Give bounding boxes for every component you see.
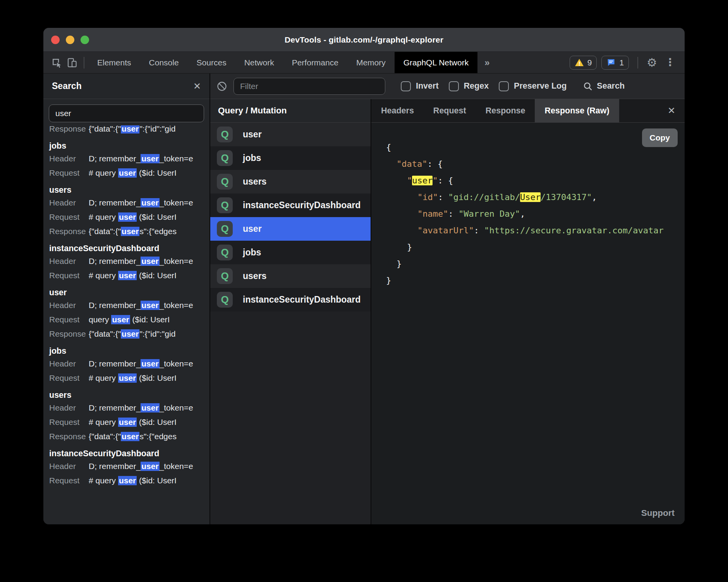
- settings-gear-icon[interactable]: ⚙︎: [647, 57, 657, 68]
- result-text: # query: [89, 476, 118, 485]
- search-result-row[interactable]: Request# query user ($id: UserI: [43, 268, 209, 282]
- json-line: "user": {: [386, 172, 685, 189]
- result-group-title[interactable]: users: [43, 385, 209, 401]
- query-list-item[interactable]: Qusers: [210, 264, 371, 288]
- network-region: InvertRegexPreserve Log Search Query / M…: [210, 74, 685, 524]
- response-raw-view: Copy {"data": {"user": {"id": "gid://git…: [371, 123, 685, 524]
- match-highlight: user: [118, 418, 137, 427]
- support-link[interactable]: Support: [641, 508, 675, 518]
- search-result-row[interactable]: Response{"data":{"users":{"edges: [43, 429, 209, 443]
- search-input[interactable]: [49, 104, 204, 122]
- search-result-row[interactable]: HeaderD; remember_user_token=e: [43, 254, 209, 268]
- result-text: _token=e: [160, 462, 193, 471]
- filter-input[interactable]: [234, 78, 385, 95]
- search-result-row[interactable]: HeaderD; remember_user_token=e: [43, 298, 209, 312]
- tab-elements[interactable]: Elements: [88, 52, 140, 73]
- devtools-tabbar: ElementsConsoleSourcesNetworkPerformance…: [43, 52, 685, 74]
- query-list-item[interactable]: Quser: [210, 217, 371, 241]
- result-text: ($id: UserI: [137, 168, 177, 177]
- result-group-title[interactable]: jobs: [43, 136, 209, 151]
- match-highlight: user: [141, 462, 159, 471]
- tab-memory[interactable]: Memory: [347, 52, 395, 73]
- result-row-label: Header: [49, 403, 89, 413]
- match-highlight: user: [118, 212, 137, 222]
- result-text: ":{"id":"gid: [139, 329, 175, 338]
- result-text: D; remember_: [89, 257, 141, 265]
- detail-tab-request[interactable]: Request: [424, 99, 476, 122]
- warnings-badge[interactable]: 9: [570, 56, 597, 70]
- checkbox-regex[interactable]: Regex: [449, 81, 489, 91]
- issue-count: 1: [619, 58, 624, 67]
- json-match-highlight: user: [412, 176, 433, 185]
- checkbox-invert[interactable]: Invert: [401, 81, 439, 91]
- menu-dots-icon[interactable]: ⋮: [662, 57, 678, 68]
- query-type-badge: Q: [217, 292, 233, 308]
- more-tabs-icon[interactable]: »: [477, 57, 496, 68]
- checkbox-box[interactable]: [499, 81, 509, 91]
- query-list-item[interactable]: Qusers: [210, 170, 371, 193]
- result-group-title[interactable]: users: [43, 180, 209, 195]
- search-result-row[interactable]: Request# query user ($id: UserI: [43, 415, 209, 429]
- device-toolbar-icon[interactable]: [64, 52, 80, 74]
- match-highlight: user: [141, 403, 159, 413]
- detail-tab-response-raw-[interactable]: Response (Raw): [535, 99, 619, 122]
- tab-performance[interactable]: Performance: [283, 52, 347, 73]
- search-result-row[interactable]: Response{"data":{"user":{"id":"gid: [43, 125, 175, 136]
- query-list-item[interactable]: Qjobs: [210, 146, 371, 170]
- search-result-row[interactable]: Response{"data":{"users":{"edges: [43, 224, 209, 238]
- search-result-row[interactable]: Request# query user ($id: UserI: [43, 473, 209, 488]
- result-group-title[interactable]: instanceSecurityDashboard: [43, 238, 209, 254]
- search-result-row[interactable]: Request# query user ($id: UserI: [43, 166, 209, 180]
- checkbox-box[interactable]: [401, 81, 411, 91]
- search-result-row[interactable]: Requestquery user ($id: UserI: [43, 312, 209, 327]
- json-token: "avatarUrl": [417, 226, 474, 235]
- clear-log-icon[interactable]: [216, 81, 227, 92]
- search-result-row[interactable]: HeaderD; remember_user_token=e: [43, 151, 209, 166]
- result-row-label: Request: [49, 315, 89, 324]
- issues-badge[interactable]: 1: [601, 56, 629, 70]
- result-group-title[interactable]: user: [43, 282, 209, 298]
- tab-network[interactable]: Network: [235, 52, 283, 73]
- result-row-value: query user ($id: UserI: [89, 315, 170, 324]
- result-text: {"data":{": [89, 329, 121, 338]
- search-result-row[interactable]: Request# query user ($id: UserI: [43, 210, 209, 224]
- query-list-item[interactable]: Qjobs: [210, 241, 371, 264]
- search-icon: [583, 81, 593, 91]
- search-result-row[interactable]: Request# query user ($id: UserI: [43, 371, 209, 385]
- inspect-element-icon[interactable]: [49, 52, 64, 74]
- close-detail-icon[interactable]: ✕: [668, 105, 685, 116]
- close-search-panel-icon[interactable]: ✕: [193, 81, 201, 92]
- result-text: # query: [89, 168, 118, 177]
- tab-sources[interactable]: Sources: [188, 52, 235, 73]
- query-list-item[interactable]: Quser: [210, 123, 371, 146]
- copy-button[interactable]: Copy: [642, 128, 678, 147]
- match-highlight: user: [141, 154, 159, 163]
- result-group-title[interactable]: instanceSecurityDashboard: [43, 443, 209, 459]
- json-line: }: [386, 272, 685, 289]
- search-result-row[interactable]: HeaderD; remember_user_token=e: [43, 401, 209, 415]
- search-result-row[interactable]: Response{"data":{"user":{"id":"gid: [43, 327, 209, 341]
- json-token: ": [433, 176, 438, 185]
- tab-console[interactable]: Console: [140, 52, 188, 73]
- query-item-label: user: [243, 129, 262, 140]
- search-panel-header: Search ✕: [43, 74, 209, 99]
- network-search-toggle[interactable]: Search: [583, 81, 625, 91]
- detail-tab-headers[interactable]: Headers: [371, 99, 424, 122]
- result-row-value: D; remember_user_token=e: [89, 154, 193, 163]
- filter-checkboxes: InvertRegexPreserve Log: [401, 81, 577, 91]
- query-item-label: jobs: [243, 247, 261, 258]
- checkbox-preserve-log[interactable]: Preserve Log: [499, 81, 567, 91]
- checkbox-box[interactable]: [449, 81, 459, 91]
- query-list-item[interactable]: QinstanceSecurityDashboard: [210, 288, 371, 312]
- result-text: _token=e: [160, 154, 193, 163]
- detail-tab-response[interactable]: Response: [476, 99, 535, 122]
- result-row-label: Response: [49, 432, 89, 441]
- result-group-title[interactable]: jobs: [43, 341, 209, 356]
- query-list-item[interactable]: QinstanceSecurityDashboard: [210, 193, 371, 217]
- json-token: /13704317": [541, 192, 592, 202]
- search-result-row[interactable]: HeaderD; remember_user_token=e: [43, 356, 209, 371]
- tab-graphql-network[interactable]: GraphQL Network: [395, 52, 477, 73]
- search-result-row[interactable]: HeaderD; remember_user_token=e: [43, 195, 209, 210]
- result-row-label: Response: [49, 227, 89, 236]
- search-result-row[interactable]: HeaderD; remember_user_token=e: [43, 459, 209, 473]
